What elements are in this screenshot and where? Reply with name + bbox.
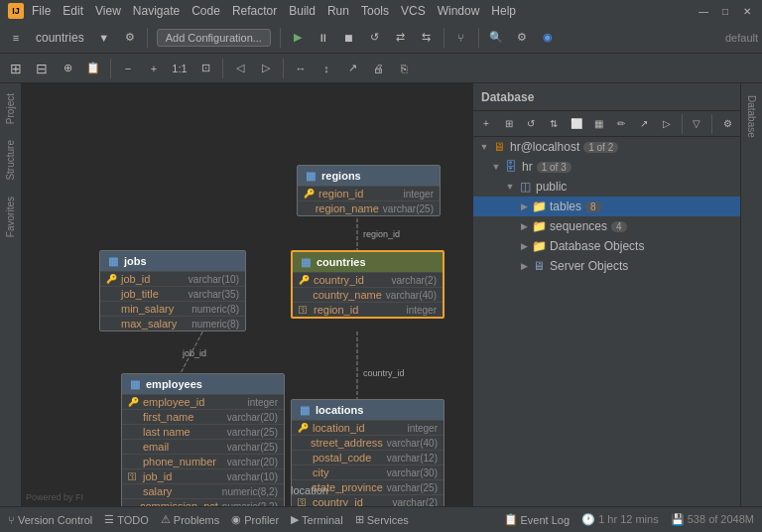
note-btn[interactable]: 📋 [81,57,105,80]
menu-refactor[interactable]: Refactor [232,4,277,18]
menu-edit[interactable]: Edit [63,4,83,18]
db-add-btn[interactable]: + [475,113,497,135]
tree-item-tables[interactable]: ▶ 📁 tables 8 [473,197,740,216]
er-row: · postal_code varchar(12) [292,450,444,465]
zoom-in-btn[interactable]: + [142,57,166,80]
todo-tab[interactable]: ☰ TODO [104,513,149,526]
er-table-countries[interactable]: ▦ countries 🔑 country_id varchar(2) · co… [291,250,444,319]
services-tab[interactable]: ⊞ Services [355,513,409,526]
er-row: 🔑 region_id integer [298,186,440,200]
database-tab-strip[interactable]: Database [743,87,760,146]
zoom-out-btn[interactable]: − [116,57,140,80]
prev-btn[interactable]: ◁ [228,57,252,80]
copy-btn[interactable]: ⎘ [392,57,416,80]
er-table-jobs[interactable]: ▦ jobs 🔑 job_id varchar(10) · job_title … [99,250,246,332]
db-jump-btn[interactable]: ↗ [633,113,655,135]
layout-btn[interactable]: ↔ [289,57,313,80]
tree-item-server[interactable]: ▼ 🖥 hr@localhost 1 of 2 [473,137,740,157]
db-filter-btn[interactable]: ▽ [687,113,708,135]
menu-file[interactable]: File [32,4,51,18]
version-control-tab[interactable]: ⑂ Version Control [8,514,92,526]
er-row: ⚿ job_id varchar(10) [122,468,284,483]
menu-window[interactable]: Window [438,4,480,18]
menu-vcs[interactable]: VCS [401,4,426,18]
tree-item-schema[interactable]: ▼ ◫ public [473,177,740,197]
col-icon: · [299,290,310,300]
event-log-tab[interactable]: 📋 Event Log [504,513,571,526]
profile-button[interactable]: ⇆ [415,26,439,50]
add-configuration-button[interactable]: Add Configuration... [157,29,271,47]
db-refresh-btn[interactable]: ↺ [520,113,542,135]
minimize-button[interactable]: — [697,4,710,18]
er-table-employees[interactable]: ▦ employees 🔑 employee_id integer · firs… [121,373,285,506]
db-sync-btn[interactable]: ⇅ [543,113,565,135]
layout2-btn[interactable]: ↕ [315,57,338,80]
profiler-tab[interactable]: ◉ Profiler [231,513,279,526]
er-table-countries-title: countries [317,256,366,268]
db-schema-btn[interactable]: ⬜ [566,113,587,135]
zoom-grid-btn[interactable]: ⊞ [4,57,28,80]
next-btn[interactable]: ▷ [254,57,278,80]
menu-build[interactable]: Build [289,4,316,18]
zoom-table-btn[interactable]: ⊟ [30,57,54,80]
menu-bar: File Edit View Navigate Code Refactor Bu… [32,4,516,18]
zoom-100-btn[interactable]: 1:1 [168,57,191,80]
settings-button[interactable]: ⚙ [510,26,534,50]
db-table-btn[interactable]: ▦ [588,113,610,135]
er-row: · email varchar(25) [122,439,284,454]
col-type: numeric(2,2) [222,501,278,507]
menu-tools[interactable]: Tools [361,4,389,18]
sidebar-favorites-label[interactable]: Favorites [3,191,18,243]
vcs-label: Version Control [18,514,92,526]
tree-item-db[interactable]: ▼ 🗄 hr 1 of 3 [473,157,740,177]
database-panel-title: Database [481,90,534,104]
db-console-btn[interactable]: ▷ [656,113,678,135]
close-button[interactable]: ✕ [740,4,754,18]
er-row: · max_salary numeric(8) [100,316,245,331]
sep5 [110,59,111,78]
col-type: varchar(2) [391,275,437,286]
menu-navigate[interactable]: Navigate [133,4,180,18]
rerun-button[interactable]: ↺ [363,26,387,50]
terminal-tab[interactable]: ▶ Terminal [291,513,343,526]
db-browse-btn[interactable]: ⊞ [498,113,520,135]
tree-item-serverobjects[interactable]: ▶ 🖥 Server Objects [473,256,740,276]
problems-tab[interactable]: ⚠ Problems [161,513,219,526]
config-dropdown[interactable]: ▼ [92,26,116,50]
menu-view[interactable]: View [95,4,121,18]
col-icon: · [298,438,308,448]
pause-button[interactable]: ⏸ [312,26,335,50]
export-btn[interactable]: ↗ [340,57,364,80]
sidebar-structure-label[interactable]: Structure [3,134,18,187]
diagram-canvas[interactable]: region_id country_id job_id location_id … [22,83,472,506]
stop-button[interactable]: ⏹ [337,26,361,50]
maximize-button[interactable]: □ [718,4,732,18]
svg-text:region_id: region_id [363,229,400,239]
run-button[interactable]: ▶ [286,26,310,50]
db-settings-btn[interactable]: ⚙ [716,113,738,135]
tree-item-sequences[interactable]: ▶ 📁 sequences 4 [473,216,740,236]
run-config-icon[interactable]: ⚙ [118,26,142,50]
table-icon: ▦ [298,403,312,417]
menu-code[interactable]: Code [191,4,220,18]
plugins-button[interactable]: ◉ [536,26,560,50]
status-time: 🕐 1 hr 12 mins [581,513,659,526]
er-table-regions-header: ▦ regions [298,166,440,186]
er-table-locations-header: ▦ locations [292,400,444,420]
menu-help[interactable]: Help [491,4,516,18]
db-edit-btn[interactable]: ✏ [610,113,632,135]
problems-label: Problems [174,514,219,526]
search-button[interactable]: 🔍 [484,26,508,50]
er-table-regions[interactable]: ▦ regions 🔑 region_id integer · region_n… [297,165,441,216]
print-btn[interactable]: 🖨 [366,57,390,80]
col-name: last name [143,426,223,438]
titlebar: IJ File Edit View Navigate Code Refactor… [0,0,762,22]
commit-icon[interactable]: ⑂ [449,26,473,50]
sidebar-project-label[interactable]: Project [3,87,18,130]
tree-item-dbobjects[interactable]: ▶ 📁 Database Objects [473,236,740,256]
menu-run[interactable]: Run [327,4,349,18]
coverage-button[interactable]: ⇄ [389,26,413,50]
serverobjects-icon: 🖥 [531,258,547,274]
zoom-fit-btn[interactable]: ⊡ [193,57,217,80]
er-toggle-btn[interactable]: ⊕ [56,57,79,80]
